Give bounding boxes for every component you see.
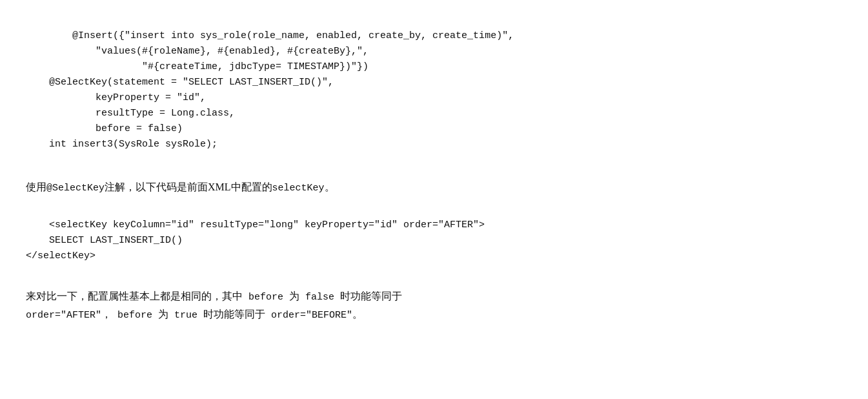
code-line-4: @SelectKey(statement = "SELECT LAST_INSE… (26, 77, 334, 88)
inline-code-selectkey: @SelectKey (46, 183, 105, 194)
inline-code-before-2: before (112, 310, 158, 321)
inline-code-order-after: order="AFTER" (26, 310, 101, 321)
xml-block-1: <selectKey keyColumn="id" resultType="lo… (26, 202, 842, 280)
code-block-1: @Insert({"insert into sys_role(role_name… (26, 13, 842, 168)
inline-code-false: false (299, 292, 340, 303)
main-content: @Insert({"insert into sys_role(role_name… (26, 13, 842, 324)
inline-code-selectkey-ref: selectKey (272, 183, 325, 194)
code-line-5: keyProperty = "id", (26, 92, 206, 103)
code-line-7: before = false) (26, 123, 183, 134)
code-line-1: @Insert({"insert into sys_role(role_name… (49, 30, 514, 41)
code-line-3: "#{createTime, jdbcType= TIMESTAMP})"} (26, 61, 363, 72)
inline-code-true: true (168, 310, 203, 321)
inline-code-before: before (243, 292, 289, 303)
inline-code-order-before: order="BEFORE" (265, 310, 352, 321)
prose-paragraph-1: 来对比一下，配置属性基本上都是相同的，其中 before 为 false 时功能… (26, 287, 842, 324)
code-line-3b: ) (363, 61, 368, 72)
xml-line-2: SELECT LAST_INSERT_ID() (26, 235, 183, 246)
code-line-6: resultType = Long.class, (26, 108, 235, 119)
prose-line-1: 使用@SelectKey注解，以下代码是前面XML中配置的selectKey。 (26, 178, 842, 197)
code-line-2: "values(#{roleName}, #{enabled}, #{creat… (26, 46, 368, 57)
xml-line-3: </selectKey> (26, 251, 96, 261)
code-line-8: int insert3(SysRole sysRole); (26, 139, 217, 150)
xml-line-1: <selectKey keyColumn="id" resultType="lo… (49, 220, 485, 230)
